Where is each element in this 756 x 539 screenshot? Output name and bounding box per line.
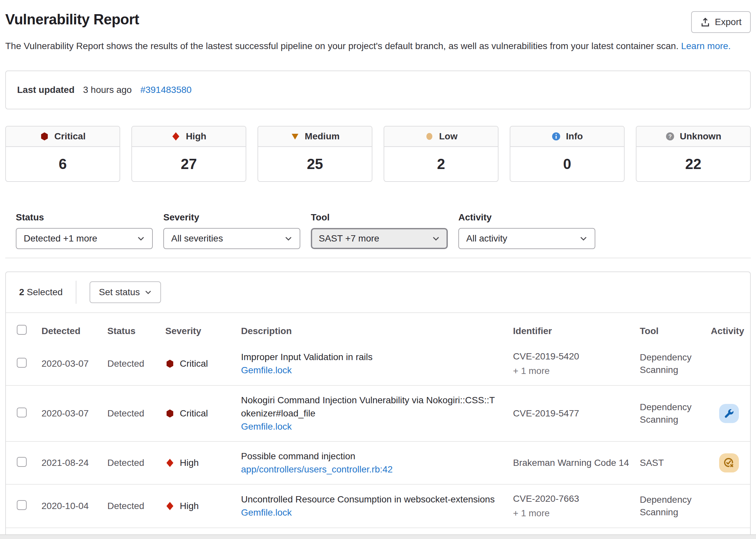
severity-summary: Critical 6 High 27 Medium 25 Low 2 — [5, 126, 751, 182]
chevron-down-icon — [432, 235, 440, 243]
pipeline-link[interactable]: #391483580 — [140, 85, 192, 95]
severity-card-count: 0 — [511, 147, 624, 181]
filter-bar: Status Detected +1 more Severity All sev… — [5, 212, 751, 249]
severity-card-count: 2 — [384, 147, 498, 181]
severity-card-medium[interactable]: Medium 25 — [257, 126, 373, 182]
severity-high-icon — [171, 132, 180, 141]
severity-card-count: 22 — [637, 147, 750, 181]
status-cell: Detected — [102, 501, 160, 511]
severity-high-icon — [165, 501, 174, 511]
export-label: Export — [715, 17, 741, 27]
tool-cell: Dependency Scanning — [635, 401, 702, 426]
severity-card-high[interactable]: High 27 — [131, 126, 246, 182]
svg-text:?: ? — [668, 133, 671, 140]
row-checkbox[interactable] — [17, 457, 27, 467]
location-link[interactable]: Gemfile.lock — [241, 365, 292, 375]
column-header-description: Description — [236, 326, 508, 337]
severity-card-count: 6 — [6, 147, 119, 181]
severity-critical-icon — [165, 409, 174, 418]
wrench-icon — [724, 408, 734, 419]
activity-cell — [702, 404, 750, 423]
severity-card-critical[interactable]: Critical 6 — [5, 126, 120, 182]
identifier-value: Brakeman Warning Code 14 — [513, 457, 635, 469]
description-text: The Vulnerability Report shows the resul… — [5, 41, 679, 51]
chevron-down-icon — [580, 235, 587, 243]
tool-cell: Dependency Scanning — [635, 351, 702, 376]
status-filter-dropdown[interactable]: Detected +1 more — [16, 228, 153, 249]
severity-critical-icon — [40, 132, 49, 141]
table-row[interactable]: 2021-08-24 Detected High Possible comman… — [6, 442, 750, 485]
detected-cell: 2020-03-07 — [36, 408, 102, 419]
row-checkbox[interactable] — [17, 408, 27, 418]
row-checkbox[interactable] — [17, 358, 27, 368]
set-status-button[interactable]: Set status — [90, 281, 161, 303]
selected-count-number: 2 — [19, 287, 24, 297]
detected-cell: 2021-08-24 — [36, 458, 102, 468]
filters-divider — [5, 258, 751, 258]
status-cell: Detected — [102, 408, 160, 419]
status-filter-value: Detected +1 more — [24, 233, 97, 244]
vulnerability-title-link[interactable]: Improper Input Validation in rails — [241, 350, 498, 364]
set-status-label: Set status — [99, 287, 140, 297]
severity-info-icon — [552, 132, 561, 141]
identifier-cell: CVE-2019-5420 + 1 more — [508, 350, 635, 377]
tool-filter: Tool SAST +7 more — [311, 212, 448, 249]
status-cell: Detected — [102, 358, 160, 369]
severity-card-label: Critical — [54, 131, 86, 142]
severity-card-unknown[interactable]: ? Unknown 22 — [636, 126, 751, 182]
severity-card-count: 25 — [258, 147, 372, 181]
table-row[interactable]: 2020-03-07 Detected Critical Improper In… — [6, 342, 750, 386]
chevron-down-icon — [145, 289, 152, 296]
severity-cell: High — [160, 501, 236, 511]
severity-card-label: Medium — [305, 131, 340, 142]
severity-card-count: 27 — [132, 147, 245, 181]
severity-high-icon — [165, 458, 174, 468]
status-cell: Detected — [102, 458, 160, 468]
tool-filter-label: Tool — [311, 212, 448, 223]
last-updated-time: 3 hours ago — [83, 85, 132, 95]
export-button[interactable]: Export — [691, 11, 751, 33]
activity-filter-value: All activity — [466, 233, 507, 244]
selection-divider — [76, 281, 76, 304]
severity-filter-dropdown[interactable]: All severities — [163, 228, 300, 249]
severity-card-info[interactable]: Info 0 — [510, 126, 625, 182]
description-cell: Uncontrolled Resource Consumption in web… — [236, 493, 508, 519]
identifier-cell: Brakeman Warning Code 14 — [508, 457, 635, 469]
identifier-cell: CVE-2019-5477 — [508, 407, 635, 420]
severity-label: High — [180, 458, 199, 468]
column-header-status: Status — [102, 326, 160, 337]
tool-cell: Dependency Scanning — [635, 494, 702, 518]
vulnerability-title-link[interactable]: Possible command injection — [241, 450, 498, 463]
page-title: Vulnerability Report — [5, 11, 139, 28]
vulnerability-title-link[interactable]: Nokogiri Command Injection Vulnerability… — [241, 394, 498, 420]
severity-cell: High — [160, 458, 236, 468]
severity-medium-icon — [290, 132, 300, 141]
severity-cell: Critical — [160, 358, 236, 369]
vulnerability-list-panel: 2 Selected Set status Detected Status Se… — [5, 271, 751, 539]
selected-count: 2 Selected — [19, 287, 63, 297]
dismissed-badge — [719, 453, 739, 472]
table-row[interactable]: 2020-03-07 Detected Critical Nokogiri Co… — [6, 386, 750, 442]
column-header-identifier: Identifier — [508, 326, 635, 337]
vulnerability-title-link[interactable]: Uncontrolled Resource Consumption in web… — [241, 493, 498, 506]
row-checkbox[interactable] — [17, 500, 27, 510]
severity-label: Critical — [180, 358, 208, 369]
location-link[interactable]: Gemfile.lock — [241, 507, 292, 517]
location-link[interactable]: app/controllers/users_controller.rb:42 — [241, 464, 393, 474]
chevron-down-icon — [137, 235, 145, 243]
activity-filter-dropdown[interactable]: All activity — [458, 228, 595, 249]
detected-cell: 2020-03-07 — [36, 358, 102, 369]
vulnerability-report-page: Vulnerability Report Export The Vulnerab… — [0, 0, 756, 539]
select-all-checkbox[interactable] — [17, 325, 27, 335]
severity-filter-value: All severities — [171, 233, 223, 244]
detected-cell: 2020-10-04 — [36, 501, 102, 511]
severity-filter-label: Severity — [163, 212, 300, 223]
location-link[interactable]: Gemfile.lock — [241, 422, 292, 431]
tool-filter-dropdown[interactable]: SAST +7 more — [311, 228, 448, 249]
severity-card-low[interactable]: Low 2 — [383, 126, 499, 182]
learn-more-link[interactable]: Learn more. — [681, 41, 731, 51]
identifier-value: CVE-2019-5420 — [513, 350, 635, 363]
page-header: Vulnerability Report Export — [5, 11, 751, 33]
column-header-activity: Activity — [702, 326, 750, 337]
table-row[interactable]: 2020-10-04 Detected High Uncontrolled Re… — [6, 485, 750, 528]
